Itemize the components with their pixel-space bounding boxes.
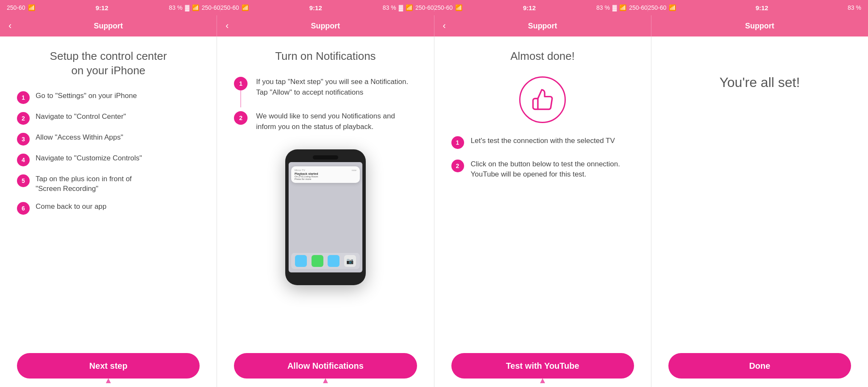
panel-2-body: Turn on Notifications 1 If you tap "Next… <box>217 36 434 345</box>
step-text-1-2: Navigate to "Control Center" <box>36 112 200 122</box>
step-badge-1-4: 4 <box>17 154 30 166</box>
step-text-1-6: Come back to our app <box>36 202 200 212</box>
status-bar: 250-60 📶 9:12 83 % ▓ 📶 250-60 250-60 📶 9… <box>0 0 868 15</box>
almost-step-2: 2 Click on the button below to test the … <box>451 159 634 179</box>
notif-app-name: Mirror TV <box>295 169 305 171</box>
phone-screen: Mirror TV now Playback started On [TV] L… <box>289 162 362 272</box>
notif-line-1 <box>240 90 241 107</box>
step-text-1-3: Allow "Access Within Apps" <box>36 132 200 143</box>
time-2: 9:12 <box>309 4 322 11</box>
status-left-3: 250-60 📶 <box>434 4 463 11</box>
nav-bar: ‹ Support ‹ Support ‹ Support Support <box>0 15 868 36</box>
time-4: 9:12 <box>756 4 768 11</box>
carrier-1: 250-60 <box>7 4 25 11</box>
almost-text-1: Let's test the connection with the selec… <box>471 136 634 146</box>
status-right-2: 83 % ▓ 📶 250-60 <box>383 4 434 11</box>
phone-notif-action: Press for more <box>295 178 356 180</box>
signal-2: 📶 <box>406 4 413 11</box>
phone-notif-title: Playback started <box>295 172 356 175</box>
status-left-1: 250-60 📶 <box>7 4 35 11</box>
status-segment-4: 250-60 📶 9:12 83 % <box>648 4 861 11</box>
bottom-arrow-2: ▲ <box>321 376 330 385</box>
panel-notifications: Turn on Notifications 1 If you tap "Next… <box>217 36 434 387</box>
status-left-4: 250-60 📶 <box>648 4 676 11</box>
nav-title-2: Support <box>311 22 340 31</box>
status-right-1: 83 % ▓ 📶 250-60 <box>169 4 220 11</box>
notif-badge-2: 2 <box>234 111 248 125</box>
panel-3-title: Almost done! <box>451 49 634 64</box>
dock-messages-icon <box>328 255 339 267</box>
status-right-3: 83 % ▓ 📶 250-60 <box>596 4 648 11</box>
carrier-alt-2: 250-60 <box>415 4 434 11</box>
next-step-button[interactable]: Next step <box>17 353 200 379</box>
step-item-1-4: 4 Navigate to "Customize Controls" <box>17 153 200 166</box>
dock-phone-icon <box>312 255 323 267</box>
bottom-arrow-3: ▲ <box>538 376 547 385</box>
allow-notifications-button[interactable]: Allow Notifications <box>234 353 417 379</box>
carrier-2: 250-60 <box>220 4 239 11</box>
dock-safari-icon <box>295 255 307 267</box>
battery-icon-1: ▓ <box>185 4 189 11</box>
nav-segment-2: ‹ Support <box>217 15 434 36</box>
status-left-2: 250-60 📶 <box>220 4 249 11</box>
step-item-1-3: 3 Allow "Access Within Apps" <box>17 132 200 146</box>
notif-time: now <box>352 169 356 171</box>
thumbs-up-icon <box>531 88 554 111</box>
step-item-1-6: 6 Come back to our app <box>17 202 200 215</box>
notif-steps: 1 If you tap "Next step" you will see a … <box>234 76 417 145</box>
panel-1-body: Setup the control centeron your iPhone 1… <box>0 36 217 345</box>
step-badge-1-3: 3 <box>17 133 30 146</box>
notif-content-2: We would like to send you Notifications … <box>256 111 417 145</box>
panel-3-body: Almost done! 1 Let's test the connection… <box>434 36 651 345</box>
step-text-1-4: Navigate to "Customize Controls" <box>36 153 200 163</box>
battery-1: 83 % <box>169 4 183 11</box>
time-3: 9:12 <box>523 4 536 11</box>
almost-step-1: 1 Let's test the connection with the sel… <box>451 136 634 149</box>
notif-step-2: 2 We would like to send you Notification… <box>234 111 417 145</box>
phone-mockup: Mirror TV now Playback started On [TV] L… <box>234 149 417 285</box>
back-button-1[interactable]: ‹ <box>8 20 11 31</box>
notif-step-1: 1 If you tap "Next step" you will see a … <box>234 76 417 111</box>
wifi-icon-3: 📶 <box>455 4 462 11</box>
step-text-1-1: Go to "Settings" on your iPhone <box>36 91 200 101</box>
signal-3: 📶 <box>619 4 626 11</box>
wifi-icon-1: 📶 <box>28 4 35 11</box>
wifi-icon-4: 📶 <box>669 4 676 11</box>
phone-notification: Mirror TV now Playback started On [TV] L… <box>291 166 360 183</box>
bottom-arrow-1: ▲ <box>104 376 113 385</box>
status-segment-2: 250-60 📶 9:12 83 % ▓ 📶 250-60 <box>220 4 434 11</box>
notif-text-1: If you tap "Next step" you will see a No… <box>256 76 417 98</box>
step-badge-1-6: 6 <box>17 202 30 215</box>
almost-text-2: Click on the button below to test the on… <box>471 159 634 179</box>
done-button[interactable]: Done <box>668 353 851 379</box>
back-button-2[interactable]: ‹ <box>225 20 228 31</box>
almost-badge-1: 1 <box>451 136 464 149</box>
step-badge-1-1: 1 <box>17 91 30 104</box>
panel-4-footer: Done <box>651 346 868 387</box>
status-segment-3: 250-60 📶 9:12 83 % ▓ 📶 250-60 <box>434 4 648 11</box>
status-segment-1: 250-60 📶 9:12 83 % ▓ 📶 250-60 <box>7 4 220 11</box>
signal-1: 📶 <box>192 4 199 11</box>
step-item-1-5: 5 Tap on the plus icon in front of"Scree… <box>17 174 200 194</box>
back-button-3[interactable]: ‹ <box>443 20 446 31</box>
almost-badge-2: 2 <box>451 160 464 172</box>
main-content: Setup the control centeron your iPhone 1… <box>0 36 868 387</box>
nav-title-4: Support <box>745 22 774 31</box>
phone-notch <box>313 155 338 160</box>
test-youtube-button[interactable]: Test with YouTube <box>451 353 634 379</box>
phone-outer: Mirror TV now Playback started On [TV] L… <box>285 149 366 285</box>
battery-4: 83 % <box>848 4 861 11</box>
step-text-1-5: Tap on the plus icon in front of"Screen … <box>36 174 200 194</box>
notif-badge-1: 1 <box>234 77 248 90</box>
panel-control-center: Setup the control centeron your iPhone 1… <box>0 36 217 387</box>
panel-2-title: Turn on Notifications <box>234 49 417 64</box>
carrier-alt-3: 250-60 <box>629 4 648 11</box>
battery-3: 83 % <box>596 4 610 11</box>
carrier-alt-1: 250-60 <box>202 4 220 11</box>
status-right-4: 83 % <box>848 4 861 11</box>
panel-4-title: You're all set! <box>668 75 851 90</box>
step-item-1-1: 1 Go to "Settings" on your iPhone <box>17 91 200 104</box>
phone-notif-header: Mirror TV now <box>295 169 356 171</box>
steps-list-1: 1 Go to "Settings" on your iPhone 2 Navi… <box>17 91 200 215</box>
step-item-1-2: 2 Navigate to "Control Center" <box>17 112 200 125</box>
